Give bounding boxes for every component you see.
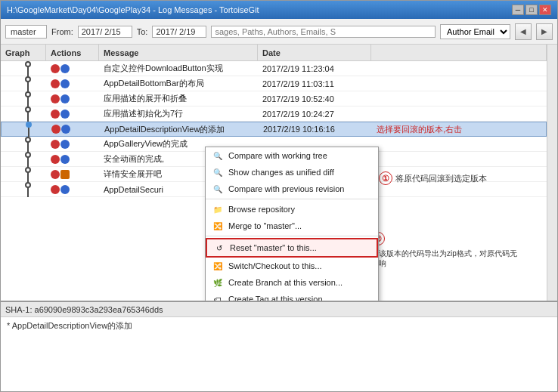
nav-next-button[interactable]: ▶ [536,23,553,40]
menu-compare-prev[interactable]: 🔍 Compare with previous revision [206,181,378,197]
action-icon-blue [60,140,70,149]
close-button[interactable]: ✕ [539,5,551,15]
menu-show-unified[interactable]: 🔍 Show changes as unified diff [206,164,378,181]
merge-icon: 🔀 [212,220,224,232]
compare-prev-icon: 🔍 [212,183,224,195]
title-bar: H:\GoogleMarket\Day04\GooglePlay34 - Log… [1,1,557,19]
action-icon-blue [60,94,70,103]
menu-switch[interactable]: 🔀 Switch/Checkout to this... [206,258,378,274]
header-actions: Actions [46,45,99,60]
menu-browse-repo[interactable]: 📁 Browse repository [206,201,378,218]
action-icon-red [51,125,60,134]
context-menu: 🔍 Compare with working tree 🔍 Show chang… [205,147,379,301]
message-cell: AppDetailBottomBar的布局 [99,77,258,90]
extra-cell [371,159,547,160]
table-row[interactable]: AppDetailDescriptionView的添加 2017/2/19 10… [1,122,547,137]
annotation-2-text: 将该版本的代码导出为zip格式，对原代码无影响 [371,248,522,268]
actions-cell [46,169,99,180]
graph-cell [2,121,47,137]
graph-cell [1,91,46,107]
actions-cell [46,94,99,104]
menu-label: Compare with previous revision [228,184,344,193]
bottom-panel: SHA-1: a69090e9893c3a293ea765346dds * Ap… [1,301,557,391]
menu-merge[interactable]: 🔀 Merge to "master"... [206,218,378,234]
menu-reset[interactable]: ↺ Reset "master" to this... [206,238,378,258]
compare-working-icon: 🔍 [212,150,224,162]
table-row[interactable]: 应用描述初始化为7行 2017/2/19 10:24:27 [1,106,547,122]
extra-cell [371,113,547,115]
graph-cell [1,136,46,153]
action-icon-red [51,185,60,194]
show-unified-icon: 🔍 [212,166,224,178]
from-date-input[interactable] [78,26,132,38]
menu-label: Create Branch at this version... [228,278,343,287]
graph-cell [1,151,46,168]
header-message: Message [99,45,258,60]
date-cell: 2017/2/19 11:23:04 [258,63,371,74]
window-title: H:\GoogleMarket\Day04\GooglePlay34 - Log… [7,5,259,14]
menu-label: Create Tag at this version... [228,295,330,301]
actions-cell [47,124,100,134]
graph-cell [1,181,46,198]
annotation-1-text: 将原代码回滚到选定版本 [395,173,487,184]
reset-icon: ↺ [213,242,225,254]
extra-cell [371,144,547,145]
from-label: From: [51,27,73,36]
header-rest [371,45,547,60]
graph-cell [1,166,46,183]
action-icon-red [51,110,60,119]
table-row[interactable]: 应用描述的展开和折叠 2017/2/19 10:52:40 [1,91,547,106]
actions-cell [46,184,99,195]
header-graph: Graph [1,45,46,60]
actions-cell [46,139,99,150]
header-date: Date [258,45,371,60]
minimize-button[interactable]: ─ [512,5,524,15]
filter-dropdown[interactable]: Author Email [440,24,510,39]
date-cell: 2017/2/19 10:16:16 [259,124,372,134]
browse-repo-icon: 📁 [212,203,224,215]
menu-create-branch[interactable]: 🌿 Create Branch at this version... [206,274,378,291]
switch-icon: 🔀 [212,260,224,272]
main-window: H:\GoogleMarket\Day04\GooglePlay34 - Log… [0,0,558,392]
commit-message: * AppDetailDescriptionView的添加 [7,321,132,330]
annotation-1: ① 将原代码回滚到选定版本 [379,171,487,185]
create-branch-icon: 🌿 [212,276,224,289]
action-icon-red [51,170,60,179]
menu-create-tag[interactable]: 🏷 Create Tag at this version... [206,291,378,301]
annotation-1-number: ① [379,171,392,185]
action-icon-red [51,79,60,88]
annotation-2: ② 将该版本的代码导出为zip格式，对原代码无影响 [371,232,522,268]
sha-bar: SHA-1: a69090e9893c3a293ea765346dds [1,302,557,317]
action-icon-red [51,140,60,149]
search-input[interactable] [211,26,436,38]
action-icon-red [51,94,60,103]
graph-cell [1,106,46,122]
message-cell: AppDetailDescriptionView的添加 [100,123,259,136]
nav-prev-button[interactable]: ◀ [515,23,532,40]
action-icon-blue [60,185,70,194]
separator [206,236,378,236]
table-row[interactable]: 自定义控件DownloadButton实现 2017/2/19 11:23:04 [1,61,547,76]
action-icon-blue [60,64,70,73]
scrollbar[interactable] [547,45,557,301]
action-icon-blue [60,79,70,88]
create-tag-icon: 🏷 [212,293,224,301]
actions-cell [46,154,99,165]
menu-label: Show changes as unified diff [228,168,334,177]
action-icon-blue [61,125,70,134]
menu-label: Switch/Checkout to this... [228,261,322,270]
extra-cell [371,68,547,69]
action-icon-orange [60,170,70,179]
sha-label: SHA-1: a69090e9893c3a293ea765346dds [5,305,163,314]
menu-label: Merge to "master"... [228,221,302,230]
maximize-button[interactable]: □ [525,5,538,15]
menu-compare-working[interactable]: 🔍 Compare with working tree [206,147,378,164]
action-icon-blue [60,110,70,119]
extra-cell [371,83,547,85]
to-date-input[interactable] [152,26,206,38]
date-cell: 2017/2/19 11:03:11 [258,79,371,89]
graph-cell [1,61,46,77]
table-row[interactable]: AppDetailBottomBar的布局 2017/2/19 11:03:11 [1,76,547,91]
main-content: Graph Actions Message Date [1,45,557,301]
action-icon-red [51,64,60,73]
